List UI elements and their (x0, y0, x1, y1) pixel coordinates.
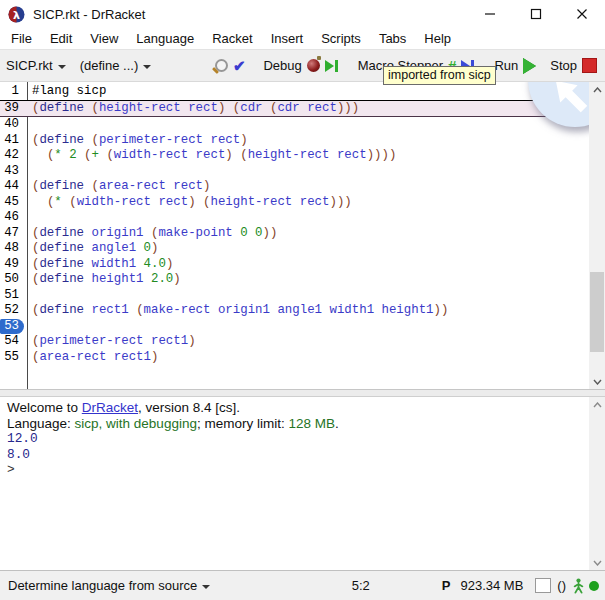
menu-item-file[interactable]: File (2, 31, 41, 46)
run-button[interactable]: Run (494, 58, 536, 74)
editor-line-49[interactable]: 49(define width1 4.0) (0, 257, 589, 273)
interactions-prompt[interactable]: > (7, 462, 605, 478)
code-text (24, 288, 32, 304)
status-bar: Determine language from source 5:2 P 923… (0, 570, 605, 600)
editor-line-46[interactable]: 46 (0, 210, 589, 226)
definitions-pane[interactable]: 1#lang sicp39(define (height-rect rect) … (0, 82, 605, 389)
menu-item-scripts[interactable]: Scripts (312, 31, 370, 46)
scroll-down-icon[interactable] (589, 555, 605, 570)
line-number: 1 (0, 84, 24, 100)
drracket-link[interactable]: DrRacket (82, 400, 138, 415)
tooltip: imported from sicp (383, 66, 496, 85)
prompt-symbol: > (7, 462, 15, 477)
language-line: Language: sicp, with debugging; memory l… (7, 416, 605, 432)
editor-line-48[interactable]: 48(define angle1 0) (0, 241, 589, 257)
close-icon[interactable] (574, 6, 590, 22)
menu-item-tabs[interactable]: Tabs (370, 31, 415, 46)
chevron-down-icon (58, 65, 66, 69)
line-number: 53 (0, 319, 24, 335)
cursor-position: 5:2 (352, 578, 370, 593)
line-number: 45 (0, 195, 24, 211)
minimize-icon[interactable] (482, 6, 498, 22)
code-text: (* (width-rect rect) (height-rect rect))… (24, 195, 352, 211)
interactions-pane[interactable]: Welcome to DrRacket, version 8.4 [cs]. L… (0, 397, 605, 570)
editor-line-42[interactable]: 42 (* 2 (+ (width-rect rect) (height-rec… (0, 148, 589, 164)
interactions-scrollbar[interactable] (589, 397, 605, 570)
scrollbar-thumb[interactable] (590, 272, 604, 352)
editor-line-1[interactable]: 1#lang sicp (0, 84, 589, 100)
code-text (24, 117, 32, 133)
run-label: Run (494, 58, 518, 73)
status-dot-icon (589, 581, 599, 591)
editor-line-55[interactable]: 55(area-rect rect1) (0, 350, 589, 366)
file-dropdown[interactable]: SICP.rkt (6, 58, 66, 73)
code-text: (* 2 (+ (width-rect rect) (height-rect r… (24, 148, 396, 164)
menu-item-racket[interactable]: Racket (203, 31, 261, 46)
menu-item-view[interactable]: View (81, 31, 127, 46)
welcome-text: Welcome to (7, 400, 82, 415)
code-text (24, 319, 32, 335)
language-value: sicp, with debugging (75, 416, 197, 431)
memory-value: 128 MB (288, 416, 335, 431)
code-text: (define (area-rect rect) (24, 179, 210, 195)
editor-line-45[interactable]: 45 (* (width-rect rect) (height-rect rec… (0, 195, 589, 211)
editor-line-41[interactable]: 41(define (perimeter-rect rect) (0, 133, 589, 149)
line-number: 40 (0, 117, 24, 133)
definitions-scrollbar[interactable] (589, 82, 605, 389)
code-text: (define origin1 (make-point 0 0)) (24, 226, 277, 242)
editor-line-39[interactable]: 39(define (height-rect rect) (cdr (cdr r… (0, 100, 589, 118)
result-value: 12.0 (7, 431, 605, 447)
stop-button[interactable]: Stop (550, 58, 597, 73)
code-text: (define angle1 0) (24, 241, 158, 257)
debug-button[interactable]: Debug (263, 58, 337, 73)
line-number: 49 (0, 257, 24, 273)
scroll-up-icon[interactable] (589, 82, 605, 97)
line-number: 43 (0, 164, 24, 180)
editor-line-53[interactable]: 53 (0, 319, 589, 335)
scroll-down-icon[interactable] (589, 374, 605, 389)
svg-text:λ: λ (13, 8, 20, 21)
title-bar: λ SICP.rkt - DrRacket (0, 0, 605, 28)
define-dropdown-label: (define ...) (80, 58, 139, 73)
code-text: (define (height-rect rect) (cdr (cdr rec… (24, 101, 359, 117)
line-number: 47 (0, 226, 24, 242)
editor-line-47[interactable]: 47(define origin1 (make-point 0 0)) (0, 226, 589, 242)
recording-box[interactable] (535, 578, 551, 593)
code-text (24, 210, 32, 226)
editor-line-40[interactable]: 40 (0, 117, 589, 133)
pane-divider[interactable] (0, 389, 605, 397)
line-number: 55 (0, 350, 24, 366)
code-text: #lang sicp (24, 84, 106, 100)
bomb-icon (307, 59, 320, 72)
run-play-icon (523, 58, 536, 74)
maximize-icon[interactable] (528, 6, 544, 22)
define-navigator-dropdown[interactable]: (define ...) (80, 58, 152, 73)
period-text: . (335, 416, 339, 431)
editor-line-51[interactable]: 51 (0, 288, 589, 304)
line-number: 50 (0, 272, 24, 288)
result-value: 8.0 (7, 447, 605, 463)
paren-status: () (557, 578, 566, 593)
menu-item-insert[interactable]: Insert (262, 31, 313, 46)
code-text: (perimeter-rect rect1) (24, 334, 196, 350)
scroll-up-icon[interactable] (589, 397, 605, 412)
memory-label: ; memory limit: (197, 416, 289, 431)
line-number: 48 (0, 241, 24, 257)
line-number: 42 (0, 148, 24, 164)
memory-usage: 923.34 MB (460, 578, 523, 593)
editor-line-54[interactable]: 54(perimeter-rect rect1) (0, 334, 589, 350)
menu-item-language[interactable]: Language (127, 31, 203, 46)
drracket-logo-icon: λ (8, 6, 25, 23)
menu-item-edit[interactable]: Edit (41, 31, 81, 46)
menu-item-help[interactable]: Help (415, 31, 460, 46)
check-syntax-button[interactable]: ✔ (215, 58, 246, 73)
editor-line-50[interactable]: 50(define height1 2.0) (0, 272, 589, 288)
window-controls (482, 6, 605, 22)
editor-line-52[interactable]: 52(define rect1 (make-rect origin1 angle… (0, 303, 589, 319)
interactions-results: 12.08.0 (7, 431, 605, 462)
editor-line-44[interactable]: 44(define (area-rect rect) (0, 179, 589, 195)
interactions-content: Welcome to DrRacket, version 8.4 [cs]. L… (0, 397, 605, 478)
language-selector[interactable]: Determine language from source (8, 578, 210, 593)
chevron-down-icon (202, 585, 210, 589)
editor-line-43[interactable]: 43 (0, 164, 589, 180)
